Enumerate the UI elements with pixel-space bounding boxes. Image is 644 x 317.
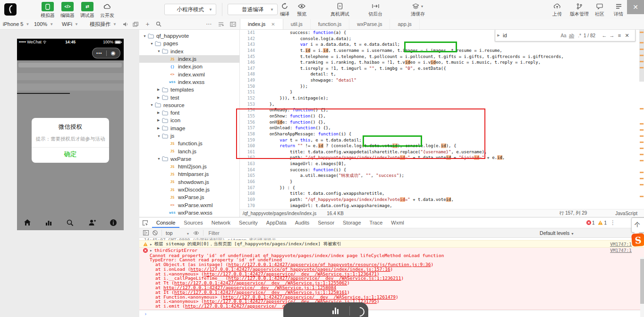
tree-item-html2json.js[interactable]: JShtml2json.js: [139, 163, 239, 170]
find-expand-icon[interactable]: ▶: [495, 33, 502, 37]
switch-background-button[interactable]: 切后台: [364, 2, 387, 17]
folder-caret-icon[interactable]: ▶: [157, 111, 162, 115]
tree-item-wxParse.js[interactable]: JSwxParse.js: [139, 193, 239, 201]
tree-item-index.json[interactable]: {}index.json: [139, 63, 239, 70]
find-in-selection-icon[interactable]: ≡: [616, 33, 623, 38]
phone-screen[interactable]: ••••• WeChat 14:45 100% ••• ◉: [17, 39, 124, 230]
console-prompt[interactable]: ›: [139, 310, 644, 317]
tree-item-test[interactable]: ▶test: [139, 93, 239, 101]
tree-item-showdown.js[interactable]: JSshowdown.js: [139, 178, 239, 186]
editor-line[interactable]: 159 var t = this, e = t.data.detail;: [240, 137, 644, 143]
expand-caret-icon[interactable]: ▶: [150, 248, 152, 253]
tree-item-wxDiscode.js[interactable]: JSwxDiscode.js: [139, 186, 239, 193]
editor-line[interactable]: 146 t.ranking = i.ranking, t.haibao = !1…: [240, 59, 644, 66]
new-file-button[interactable]: ＋: [144, 19, 151, 29]
compile-button[interactable]: 编译: [276, 2, 293, 17]
folder-caret-icon[interactable]: ▶: [157, 118, 162, 122]
tree-item-wxParse.wxss[interactable]: wsswxParse.wxss: [139, 209, 239, 217]
editor-line[interactable]: 158 onShareAppMessage: function(i) {: [240, 131, 644, 137]
source-link[interactable]: VM1747:1: [610, 248, 644, 253]
editor-line[interactable]: 149 showpage: "detail": [240, 77, 644, 83]
tree-item-htmlparser.js[interactable]: JShtmlparser.js: [139, 170, 239, 178]
editor-line[interactable]: 155 onShow: function() {},: [240, 113, 644, 119]
real-device-debug-button[interactable]: 真机调试: [327, 2, 353, 17]
audio-icon[interactable]: [123, 19, 128, 29]
home-tab-icon[interactable]: [23, 218, 32, 227]
join-tab-icon[interactable]: [88, 218, 96, 227]
tab-index.js[interactable]: index.js✕: [240, 19, 283, 29]
expand-caret-icon[interactable]: ▶: [150, 242, 152, 246]
editor-scrollbar[interactable]: [639, 30, 644, 209]
collapse-all-icon[interactable]: [218, 19, 224, 29]
devtools-tab-security[interactable]: Security: [235, 217, 262, 228]
eye-icon[interactable]: [193, 231, 199, 235]
editor-line[interactable]: 148 detail: t,: [240, 71, 644, 77]
network-dropdown[interactable]: WiFi▼: [62, 19, 78, 29]
tab-util.js[interactable]: util.js: [283, 19, 311, 29]
editor-line[interactable]: 144 t.id = i.id, t.username = i.username…: [240, 48, 644, 54]
sogou-ime-icon[interactable]: S: [631, 233, 644, 247]
filter-input[interactable]: [207, 230, 389, 236]
search-icon[interactable]: [156, 19, 161, 29]
folder-caret-icon[interactable]: ▶: [157, 88, 162, 92]
sidebar-toggle-icon[interactable]: [143, 230, 149, 235]
zoom-dropdown[interactable]: 100%▼: [34, 19, 53, 29]
details-button[interactable]: 详情: [610, 2, 627, 17]
close-window-button[interactable]: ✕: [627, 0, 644, 14]
clear-cache-button[interactable]: ▼ 清缓存: [405, 2, 431, 17]
editor-line[interactable]: 143 var i = a.data.data, t = e.data.deta…: [240, 42, 644, 48]
modal-confirm-button[interactable]: 确定: [32, 148, 109, 161]
console-warning-row[interactable]: ▶ 根据 sitemap 的规则[0]，当前页面 [qf_happyvote/p…: [139, 240, 644, 248]
warning-count-badge[interactable]: 1: [598, 220, 607, 225]
editor-line[interactable]: 165 a.util.message("转发成功", "", "success"…: [240, 173, 644, 179]
folder-caret-icon[interactable]: ▼: [157, 50, 162, 53]
tree-item-qf_happyvote[interactable]: ▼qf_happyvote: [139, 32, 239, 40]
mode-dropdown[interactable]: 小程序模式 ▼: [164, 4, 216, 15]
tab-wxParse.js[interactable]: wxParse.js: [349, 19, 390, 29]
folder-caret-icon[interactable]: ▼: [157, 157, 162, 160]
devtools-tab-audits[interactable]: Audits: [291, 217, 314, 228]
devtools-tab-sources[interactable]: Sources: [179, 217, 207, 228]
code-editor[interactable]: 141 success: function(a) {142 console.lo…: [240, 30, 644, 209]
tree-item-lanch.js[interactable]: JSlanch.js: [139, 147, 239, 155]
community-button[interactable]: 社区: [590, 2, 609, 17]
screenshot-icon[interactable]: [133, 19, 138, 29]
preview-button[interactable]: 预览: [293, 2, 310, 17]
inspect-element-icon[interactable]: [142, 220, 148, 226]
search-tab-icon[interactable]: [66, 218, 74, 227]
find-next-icon[interactable]: →: [608, 33, 616, 38]
error-count-badge[interactable]: 1: [586, 220, 595, 225]
clear-console-icon[interactable]: [153, 230, 158, 235]
find-input[interactable]: [502, 31, 559, 40]
info-tab-icon[interactable]: [109, 218, 118, 227]
match-case-icon[interactable]: Aa: [559, 33, 568, 38]
scrollbar-thumb[interactable]: [640, 259, 644, 304]
editor-line[interactable]: 154 onReady: function() {},: [240, 107, 644, 113]
log-levels-dropdown[interactable]: Default levels ▼: [540, 230, 574, 236]
upload-button[interactable]: 上传: [548, 2, 567, 17]
editor-line[interactable]: 166 }: [240, 179, 644, 185]
tab-function.js[interactable]: function.js: [311, 19, 350, 29]
editor-line[interactable]: 160 return "" != e.id ? (console.log(t.d…: [240, 143, 644, 149]
tree-item-font[interactable]: ▶font: [139, 109, 239, 117]
editor-line[interactable]: 162 path: "/qf_happyvote/pages/index/ind…: [240, 155, 644, 161]
folder-caret-icon[interactable]: ▼: [150, 103, 155, 107]
tree-item-index.wxss[interactable]: wssindex.wxss: [139, 78, 239, 86]
capsule-menu[interactable]: ••• ◉: [92, 48, 120, 58]
editor-line[interactable]: 156 onHide: function() {},: [240, 119, 644, 125]
context-selector[interactable]: top ▼: [166, 230, 189, 236]
regex-icon[interactable]: .*: [576, 33, 584, 38]
language-mode[interactable]: JavaScript: [615, 211, 637, 216]
version-control-button[interactable]: 版本管理: [566, 2, 593, 17]
simulator-button[interactable]: 模拟器: [38, 2, 58, 19]
find-prev-icon[interactable]: ←: [601, 33, 608, 38]
ranking-tab-icon[interactable]: [44, 218, 53, 227]
folder-caret-icon[interactable]: ▼: [157, 134, 162, 138]
editor-line[interactable]: 157 onUnload: function() {},: [240, 125, 644, 131]
editor-button[interactable]: </> 编辑器: [58, 2, 77, 19]
more-dots-icon[interactable]: •••: [93, 51, 106, 56]
tree-item-index.js[interactable]: JSindex.js: [139, 55, 239, 63]
console-scrollbar[interactable]: [640, 257, 644, 317]
folder-caret-icon[interactable]: ▼: [143, 34, 148, 38]
folder-caret-icon[interactable]: ▶: [157, 126, 162, 130]
